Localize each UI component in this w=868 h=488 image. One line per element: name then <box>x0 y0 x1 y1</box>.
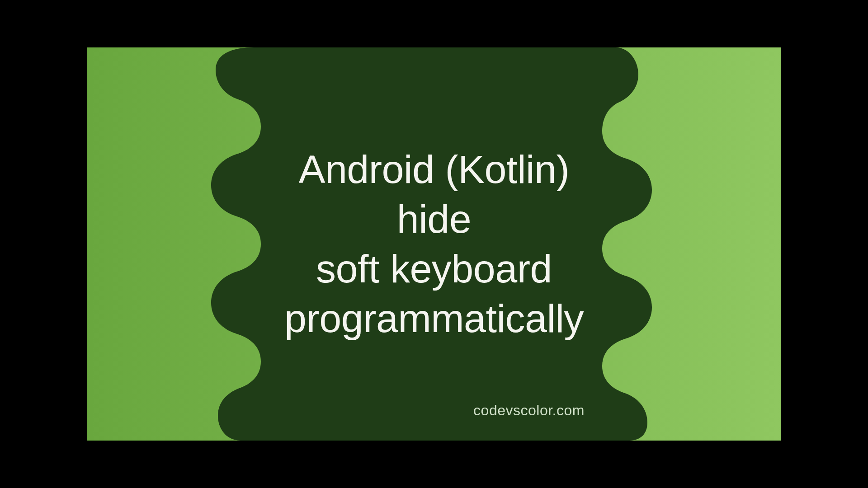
title-line-2: hide <box>284 194 584 244</box>
title-line-3: soft keyboard <box>284 244 584 294</box>
content-area: Android (Kotlin) hide soft keyboard prog… <box>87 47 781 441</box>
title-line-4: programmatically <box>284 294 584 343</box>
main-title: Android (Kotlin) hide soft keyboard prog… <box>284 145 584 343</box>
title-line-1: Android (Kotlin) <box>284 145 584 194</box>
banner-container: Android (Kotlin) hide soft keyboard prog… <box>87 47 781 441</box>
watermark-text: codevscolor.com <box>87 402 781 419</box>
